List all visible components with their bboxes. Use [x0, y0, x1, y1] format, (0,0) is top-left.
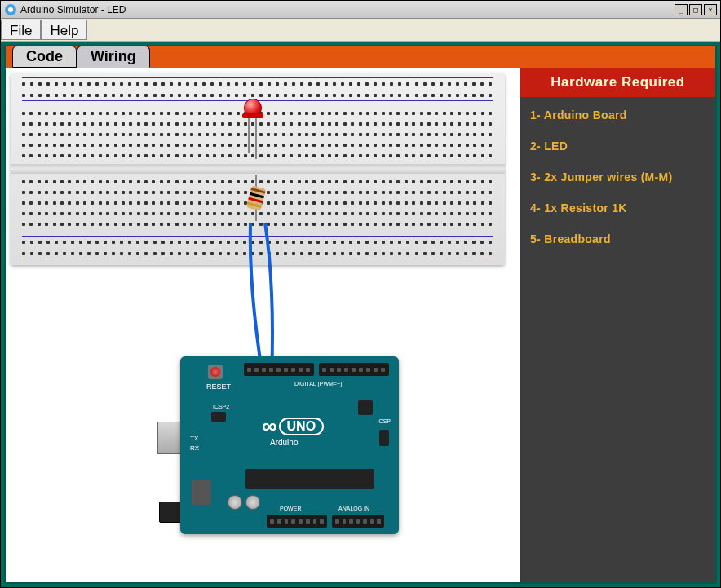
panel-header: Hardware Required — [520, 68, 715, 97]
window-title: Arduino Simulator - LED — [20, 4, 673, 15]
digital-header-right — [319, 363, 389, 376]
close-button[interactable]: × — [704, 4, 717, 15]
chip-small — [358, 400, 373, 415]
icsp-label: ICSP — [378, 418, 391, 424]
atmega-chip — [245, 469, 374, 489]
tab-wiring[interactable]: Wiring — [77, 46, 150, 68]
capacitor-1 — [228, 495, 242, 510]
svg-point-1 — [8, 7, 13, 12]
menubar: File Help — [1, 19, 720, 42]
titlebar: Arduino Simulator - LED _ □ × — [1, 1, 720, 19]
hw-item: 4- 1x Resistor 1K — [530, 201, 706, 214]
power-label: POWER — [280, 506, 301, 511]
icsp-pins — [379, 430, 389, 446]
icsp2-label: ICSP2 — [213, 404, 229, 409]
hardware-list: 1- Arduino Board 2- LED 3- 2x Jumper wir… — [520, 97, 715, 275]
hardware-panel: Hardware Required 1- Arduino Board 2- LE… — [520, 68, 715, 582]
hw-item: 2- LED — [530, 139, 706, 153]
menu-help[interactable]: Help — [41, 20, 87, 40]
arduino-logo: ∞ UNO — [262, 413, 324, 439]
window-controls: _ □ × — [673, 4, 717, 15]
app-window: Arduino Simulator - LED _ □ × File Help … — [0, 0, 721, 588]
digital-header-left — [244, 363, 314, 376]
tabbar: Code Wiring — [4, 45, 717, 68]
hw-item: 1- Arduino Board — [530, 108, 706, 122]
hw-item: 5- Breadboard — [530, 232, 706, 245]
menu-file[interactable]: File — [1, 20, 41, 40]
led-component — [242, 99, 263, 126]
maximize-button[interactable]: □ — [689, 4, 702, 15]
reset-label: RESET — [206, 382, 231, 391]
analog-header — [332, 515, 384, 528]
content-area: RESET DIGITAL (PWM=~) ICSP2 TX RX ∞ UNO … — [4, 68, 717, 584]
tx-label: TX — [190, 435, 198, 442]
analog-label: ANALOG IN — [338, 506, 369, 511]
resistor-component — [252, 175, 260, 221]
rx-label: RX — [190, 444, 199, 452]
power-header — [267, 515, 327, 528]
hw-item: 3- 2x Jumper wires (M-M) — [530, 170, 706, 183]
wiring-canvas[interactable]: RESET DIGITAL (PWM=~) ICSP2 TX RX ∞ UNO … — [6, 68, 520, 582]
digital-label: DIGITAL (PWM=~) — [294, 381, 342, 387]
capacitor-2 — [245, 495, 260, 510]
reset-button — [208, 365, 223, 379]
tab-code[interactable]: Code — [12, 46, 77, 68]
regulator — [192, 480, 211, 505]
workspace: Code Wiring — [1, 42, 720, 587]
minimize-button[interactable]: _ — [675, 4, 688, 15]
app-icon — [4, 3, 17, 16]
arduino-board: RESET DIGITAL (PWM=~) ICSP2 TX RX ∞ UNO … — [162, 356, 399, 534]
icsp2-pins — [211, 412, 226, 422]
brand-label: Arduino — [270, 438, 298, 447]
